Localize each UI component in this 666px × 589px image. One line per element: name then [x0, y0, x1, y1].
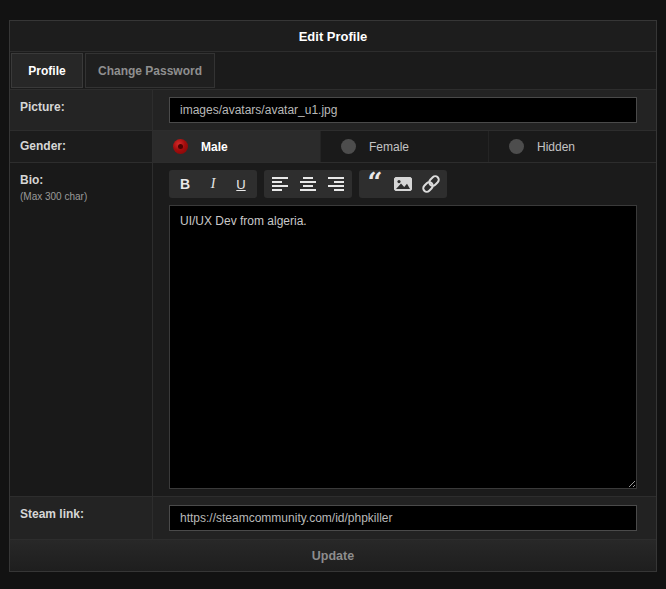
page-title: Edit Profile — [299, 29, 368, 44]
picture-input[interactable] — [169, 97, 637, 123]
gender-content-cell: Male Female Hidden — [153, 131, 656, 162]
link-icon — [421, 174, 441, 194]
gender-label: Gender: — [20, 139, 144, 153]
quote-button[interactable]: “ — [361, 170, 389, 198]
image-button[interactable] — [389, 170, 417, 198]
bio-row: Bio: (Max 300 char) B I U — [10, 163, 656, 497]
edit-profile-panel: Edit Profile Profile Change Password Pic… — [9, 20, 657, 572]
bio-format-toolbar: B I U — [169, 170, 447, 198]
steam-link-row: Steam link: — [10, 497, 656, 540]
gender-label-cell: Gender: — [10, 131, 153, 162]
tab-change-password-label: Change Password — [98, 64, 202, 78]
gender-hidden-label: Hidden — [537, 140, 575, 154]
align-right-icon — [328, 177, 344, 191]
gender-options: Male Female Hidden — [153, 131, 656, 162]
gender-male-label: Male — [201, 140, 228, 154]
steam-link-label: Steam link: — [20, 507, 144, 521]
align-right-button[interactable] — [322, 170, 350, 198]
toolbar-group-align — [264, 170, 352, 198]
image-icon — [394, 177, 412, 191]
toolbar-group-insert: “ — [359, 170, 447, 198]
align-center-button[interactable] — [294, 170, 322, 198]
align-left-button[interactable] — [266, 170, 294, 198]
update-button[interactable]: Update — [10, 540, 656, 571]
gender-female-label: Female — [369, 140, 409, 154]
tab-profile-label: Profile — [28, 64, 65, 78]
bio-max-chars-hint: (Max 300 char) — [20, 191, 144, 202]
picture-content-cell — [153, 90, 656, 130]
quote-icon: “ — [368, 177, 383, 191]
steam-content-cell — [153, 497, 656, 539]
bold-icon: B — [180, 176, 190, 192]
gender-option-hidden[interactable]: Hidden — [488, 131, 656, 162]
picture-row: Picture: — [10, 90, 656, 131]
steam-link-input[interactable] — [169, 505, 637, 531]
panel-header: Edit Profile — [10, 21, 656, 52]
steam-label-cell: Steam link: — [10, 497, 153, 539]
italic-icon: I — [211, 176, 216, 192]
picture-label-cell: Picture: — [10, 90, 153, 130]
bio-label-cell: Bio: (Max 300 char) — [10, 163, 153, 496]
update-button-label: Update — [312, 549, 354, 563]
gender-option-female[interactable]: Female — [320, 131, 488, 162]
bio-textarea[interactable]: UI/UX Dev from algeria. — [169, 205, 637, 489]
underline-icon: U — [236, 177, 245, 192]
tab-change-password[interactable]: Change Password — [85, 53, 215, 88]
picture-label: Picture: — [20, 100, 144, 114]
tab-profile[interactable]: Profile — [11, 53, 83, 88]
link-button[interactable] — [417, 170, 445, 198]
gender-row: Gender: Male Female Hidden — [10, 131, 656, 163]
tab-bar: Profile Change Password — [10, 52, 656, 90]
toolbar-group-text-style: B I U — [169, 170, 257, 198]
align-center-icon — [300, 177, 316, 191]
align-left-icon — [272, 177, 288, 191]
underline-button[interactable]: U — [227, 170, 255, 198]
radio-female-icon[interactable] — [341, 139, 356, 154]
bold-button[interactable]: B — [171, 170, 199, 198]
italic-button[interactable]: I — [199, 170, 227, 198]
bio-content-cell: B I U — [153, 163, 656, 496]
radio-hidden-icon[interactable] — [509, 139, 524, 154]
radio-male-icon[interactable] — [173, 139, 188, 154]
gender-option-male[interactable]: Male — [153, 131, 320, 162]
bio-label: Bio: — [20, 173, 144, 187]
